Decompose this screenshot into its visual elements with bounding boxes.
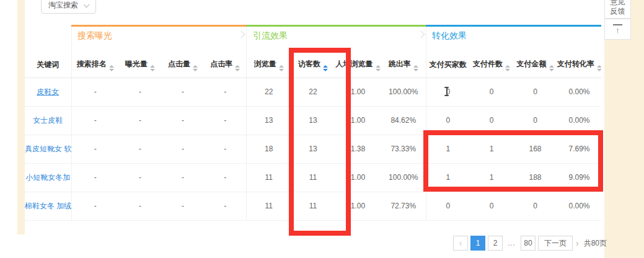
column-label: 人均浏览量 <box>336 60 373 68</box>
sort-icon-active[interactable] <box>323 65 328 71</box>
data-cell: 73.33% <box>381 135 426 163</box>
page-button-2[interactable]: 2 <box>488 236 503 251</box>
keyword-link[interactable]: 小短靴女冬加 <box>25 163 71 192</box>
page-button-80[interactable]: 80 <box>521 236 536 251</box>
data-cell: 1 <box>470 163 513 192</box>
data-cell: 100.00% <box>381 163 426 192</box>
prev-page-button[interactable]: ‹ <box>453 236 468 251</box>
data-cell: - <box>71 163 119 192</box>
group-label-traffic-effect: 引流效果 <box>253 30 288 42</box>
search-channel-dropdown[interactable]: 淘宝搜索 <box>41 0 96 14</box>
data-cell: 0 <box>426 106 470 135</box>
column-label: 支付件数 <box>473 60 503 68</box>
left-accent-strip <box>17 0 25 234</box>
sort-icon[interactable] <box>150 65 155 71</box>
sort-icon[interactable] <box>279 65 284 71</box>
total-pages-label: 共80页 <box>584 238 607 249</box>
data-cell: 9.09% <box>557 163 601 192</box>
data-cell: - <box>161 106 205 135</box>
column-header[interactable]: 支付件数 <box>470 53 513 78</box>
data-cell: 1 <box>426 135 470 163</box>
data-cell: 0.00% <box>557 192 601 220</box>
data-cell: - <box>119 192 161 220</box>
data-cell: - <box>161 163 205 192</box>
back-to-top-button[interactable]: ↑ <box>604 19 631 40</box>
data-cell: 1.00 <box>335 106 381 135</box>
table-body: 皮鞋女----22221.00100.00%0000.00%女士皮鞋----13… <box>25 78 601 220</box>
data-cell: - <box>71 192 119 220</box>
column-header[interactable]: 曝光量 <box>119 53 161 78</box>
sort-icon[interactable] <box>505 65 510 71</box>
column-header[interactable]: 点击量 <box>161 53 205 78</box>
data-cell: 0 <box>470 106 513 135</box>
data-cell: 188 <box>513 163 557 192</box>
data-cell: - <box>119 163 161 192</box>
keyword-link[interactable]: 真皮短靴女 软 <box>25 135 71 163</box>
table-row: 真皮短靴女 软----18131.3873.33%111687.69% <box>25 135 601 163</box>
data-cell: 100.00% <box>381 78 426 106</box>
sort-icon[interactable] <box>549 65 554 71</box>
table-header-row: 关键词搜索排名曝光量点击量点击率浏览量访客数人均浏览量跳出率支付买家数支付件数支… <box>25 53 601 78</box>
data-cell: - <box>71 78 119 106</box>
data-cell: 0 <box>426 192 470 220</box>
data-cell: 1.00 <box>335 192 381 220</box>
column-header[interactable]: 人均浏览量 <box>335 53 381 78</box>
column-header: 支付买家数 <box>426 53 470 78</box>
back-to-top-icon: ↑ <box>613 24 622 34</box>
data-cell: 1.00 <box>335 163 381 192</box>
data-cell: 0 <box>470 192 513 220</box>
column-label: 浏览量 <box>254 60 276 68</box>
sort-icon[interactable] <box>109 65 114 71</box>
data-cell: - <box>71 135 119 163</box>
sort-icon[interactable] <box>235 65 240 71</box>
keyword-link[interactable]: 皮鞋女 <box>25 78 71 106</box>
data-cell: 22 <box>246 78 291 106</box>
column-label: 跳出率 <box>389 60 411 68</box>
data-cell: - <box>205 106 246 135</box>
data-cell: - <box>161 192 205 220</box>
data-cell: 0 <box>513 78 557 106</box>
data-cell: 13 <box>291 106 335 135</box>
data-cell: 11 <box>291 192 335 220</box>
data-cell: - <box>71 106 119 135</box>
data-cell: 0 <box>513 106 557 135</box>
sort-icon[interactable] <box>376 65 381 71</box>
sort-icon[interactable] <box>413 65 418 71</box>
data-cell: - <box>161 78 205 106</box>
group-line-search-exposure <box>71 25 246 27</box>
table-row: 女士皮鞋----13131.0084.62%0000.00% <box>25 106 601 135</box>
keyword-link[interactable]: 女士皮鞋 <box>25 106 71 135</box>
column-label: 点击量 <box>168 60 190 68</box>
data-cell: - <box>205 78 246 106</box>
feedback-label: 意见反馈 <box>610 0 626 16</box>
page-button-1[interactable]: 1 <box>470 236 485 251</box>
data-cell: 11 <box>246 163 291 192</box>
text-cursor-icon <box>444 87 449 96</box>
data-cell: - <box>205 192 246 220</box>
keyword-link[interactable]: 棉鞋女冬 加绒 <box>25 192 71 220</box>
column-header[interactable]: 支付转化率 <box>557 53 601 78</box>
group-divider-icon <box>237 30 245 38</box>
feedback-widget[interactable]: 意见反馈 <box>604 0 631 19</box>
column-header[interactable]: 浏览量 <box>246 53 291 78</box>
column-header[interactable]: 跳出率 <box>381 53 426 78</box>
column-header[interactable]: 搜索排名 <box>71 53 119 78</box>
chevron-down-icon <box>84 1 90 7</box>
column-header[interactable]: 支付金额 <box>513 53 557 78</box>
data-cell: - <box>205 163 246 192</box>
data-cell: 84.62% <box>381 106 426 135</box>
data-cell: - <box>119 106 161 135</box>
data-cell: 1 <box>426 163 470 192</box>
column-divider <box>71 27 72 53</box>
data-cell: 11 <box>246 192 291 220</box>
column-header: 关键词 <box>25 53 71 78</box>
sort-icon[interactable] <box>597 65 601 71</box>
next-page-button[interactable]: 下一页 <box>538 236 573 251</box>
sort-icon[interactable] <box>193 65 198 71</box>
data-cell: 72.73% <box>381 192 426 220</box>
column-header[interactable]: 访客数 <box>291 53 335 78</box>
data-cell: 1.00 <box>335 78 381 106</box>
data-cell: 18 <box>246 135 291 163</box>
data-cell: 11 <box>291 163 335 192</box>
column-header[interactable]: 点击率 <box>205 53 246 78</box>
